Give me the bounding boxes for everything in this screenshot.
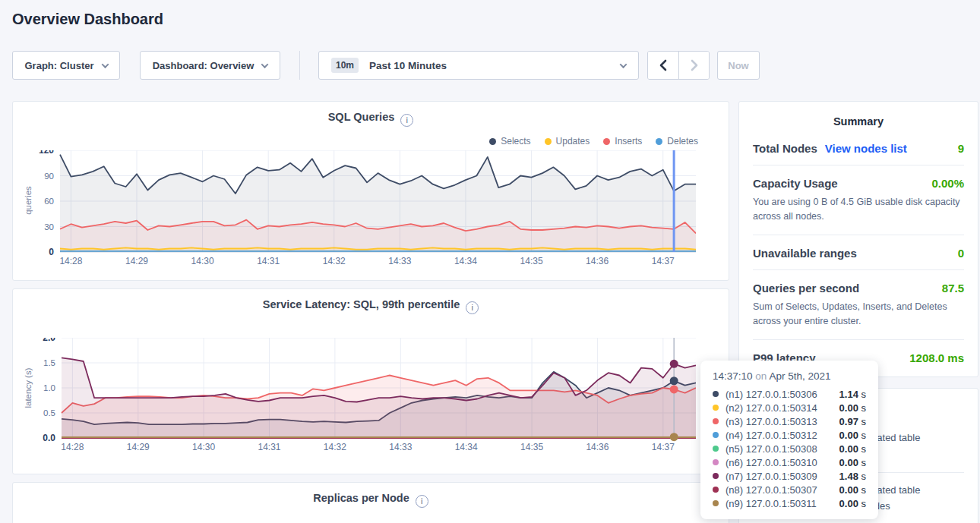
series-color-dot [713, 391, 719, 397]
capacity-usage-value: 0.00% [931, 177, 964, 190]
summary-row-total-nodes: Total Nodes View nodes list 9 [753, 131, 964, 165]
legend-item-updates[interactable]: Updates [545, 136, 590, 147]
svg-text:14:28: 14:28 [61, 442, 84, 452]
replicas-per-node-title: Replicas per Nodei [13, 492, 729, 508]
info-icon[interactable]: i [416, 495, 428, 508]
summary-row-capacity-usage: Capacity Usage 0.00% You are using 0 B o… [753, 165, 964, 235]
toolbar-divider [299, 51, 300, 80]
svg-text:14:34: 14:34 [455, 442, 478, 452]
series-color-dot [713, 432, 719, 438]
summary-row-unavailable-ranges: Unavailable ranges 0 [753, 235, 964, 270]
sql-queries-legend: SelectsUpdatesInsertsDeletes [489, 136, 698, 147]
series-color-dot [713, 446, 719, 452]
sql-queries-chart[interactable]: 14:2814:2914:3014:3114:3214:3314:3414:35… [26, 150, 696, 269]
chevron-left-icon [659, 59, 667, 71]
info-icon[interactable]: i [466, 301, 479, 314]
info-icon[interactable]: i [400, 114, 413, 127]
svg-text:14:29: 14:29 [125, 256, 148, 266]
svg-text:14:31: 14:31 [257, 256, 280, 266]
chevron-right-icon [691, 59, 698, 71]
tooltip-node-row: (n6) 127.0.0.1:503100.00 s [713, 455, 866, 469]
summary-row-queries-per-second: Queries per second 87.5 Sum of Selects, … [753, 270, 964, 340]
graph-dropdown[interactable]: Graph: Cluster [12, 51, 120, 80]
svg-text:90: 90 [44, 172, 54, 181]
svg-text:14:32: 14:32 [323, 256, 346, 266]
now-button[interactable]: Now [717, 51, 760, 80]
time-range-dropdown[interactable]: 10m Past 10 Minutes [318, 51, 639, 80]
time-range-label: Past 10 Minutes [369, 60, 447, 71]
unavailable-ranges-value: 0 [958, 247, 964, 260]
series-color-dot [713, 405, 719, 411]
legend-item-inserts[interactable]: Inserts [603, 136, 642, 147]
svg-text:14:28: 14:28 [59, 256, 82, 266]
svg-text:60: 60 [44, 197, 54, 206]
p99-latency-value: 1208.0 ms [909, 351, 964, 364]
page-title: Overview Dashboard [12, 11, 163, 28]
legend-dot [656, 138, 662, 145]
tooltip-node-row: (n3) 127.0.0.1:503130.97 s [713, 414, 866, 428]
svg-text:0: 0 [49, 247, 54, 257]
tooltip-node-row: (n1) 127.0.0.1:503061.14 s [713, 387, 866, 401]
replicas-per-node-panel: Replicas per Nodei [12, 482, 729, 523]
legend-item-deletes[interactable]: Deletes [656, 136, 698, 147]
svg-text:14:30: 14:30 [192, 442, 215, 452]
chevron-down-icon [620, 61, 628, 68]
toolbar: Graph: Cluster Dashboard: Overview 10m P… [12, 51, 760, 80]
svg-text:14:37: 14:37 [652, 256, 675, 266]
svg-text:1.0: 1.0 [43, 383, 55, 392]
total-nodes-value: 9 [958, 142, 964, 155]
sql-queries-title: SQL Queriesi [13, 111, 729, 127]
graph-dropdown-label: Graph: Cluster [24, 60, 93, 71]
tooltip-node-row: (n2) 127.0.0.1:503140.00 s [713, 401, 866, 414]
series-color-dot [713, 459, 719, 465]
service-latency-chart[interactable]: 14:2814:2914:3014:3114:3214:3314:3414:35… [27, 338, 696, 455]
svg-text:14:35: 14:35 [520, 442, 543, 452]
svg-text:2.0: 2.0 [43, 338, 55, 343]
time-next-button[interactable] [678, 52, 709, 79]
svg-text:14:32: 14:32 [324, 442, 346, 452]
view-nodes-list-link[interactable]: View nodes list [825, 142, 907, 155]
svg-text:14:35: 14:35 [520, 256, 543, 266]
svg-text:14:33: 14:33 [388, 256, 411, 266]
svg-text:1.5: 1.5 [43, 358, 55, 367]
tooltip-node-row: (n9) 127.0.0.1:503110.00 s [713, 496, 866, 510]
queries-per-second-value: 87.5 [942, 282, 964, 295]
time-nav-group [647, 51, 710, 80]
svg-text:0.0: 0.0 [43, 433, 55, 443]
series-color-dot [713, 500, 719, 506]
svg-text:14:29: 14:29 [127, 442, 150, 452]
svg-text:30: 30 [44, 222, 54, 232]
tooltip-node-row: (n7) 127.0.0.1:503091.48 s [713, 469, 866, 483]
chart-tooltip: 14:37:10 on Apr 5th, 2021 (n1) 127.0.0.1… [700, 361, 878, 519]
service-latency-title: Service Latency: SQL, 99th percentilei [13, 298, 729, 314]
series-color-dot [713, 487, 719, 493]
chevron-down-icon [101, 61, 109, 68]
svg-text:14:37: 14:37 [652, 442, 675, 452]
svg-text:14:33: 14:33 [389, 442, 412, 452]
tooltip-node-row: (n8) 127.0.0.1:503070.00 s [713, 483, 866, 496]
time-prev-button[interactable] [648, 52, 678, 79]
summary-panel: Summary Total Nodes View nodes list 9 Ca… [738, 101, 978, 377]
series-color-dot [713, 418, 719, 424]
legend-dot [545, 138, 552, 145]
service-latency-panel: Service Latency: SQL, 99th percentilei l… [12, 288, 729, 474]
sql-queries-panel: SQL Queriesi SelectsUpdatesInsertsDelete… [12, 101, 729, 281]
svg-text:14:30: 14:30 [191, 256, 214, 266]
series-color-dot [713, 473, 719, 479]
svg-text:14:34: 14:34 [454, 256, 477, 266]
svg-text:14:31: 14:31 [258, 442, 281, 452]
tooltip-node-row: (n4) 127.0.0.1:503120.00 s [713, 428, 866, 442]
tooltip-timestamp: 14:37:10 on Apr 5th, 2021 [713, 370, 866, 382]
legend-dot [489, 138, 496, 145]
svg-text:0.5: 0.5 [43, 408, 55, 417]
dashboard-dropdown[interactable]: Dashboard: Overview [140, 51, 280, 80]
time-range-badge: 10m [331, 58, 359, 73]
dashboard-dropdown-label: Dashboard: Overview [153, 60, 254, 71]
legend-dot [603, 138, 610, 145]
summary-title: Summary [739, 102, 978, 131]
svg-text:14:36: 14:36 [586, 256, 609, 266]
svg-text:120: 120 [39, 150, 54, 156]
tooltip-node-row: (n5) 127.0.0.1:503080.00 s [713, 442, 866, 455]
legend-item-selects[interactable]: Selects [489, 136, 530, 147]
svg-text:14:36: 14:36 [586, 442, 609, 452]
